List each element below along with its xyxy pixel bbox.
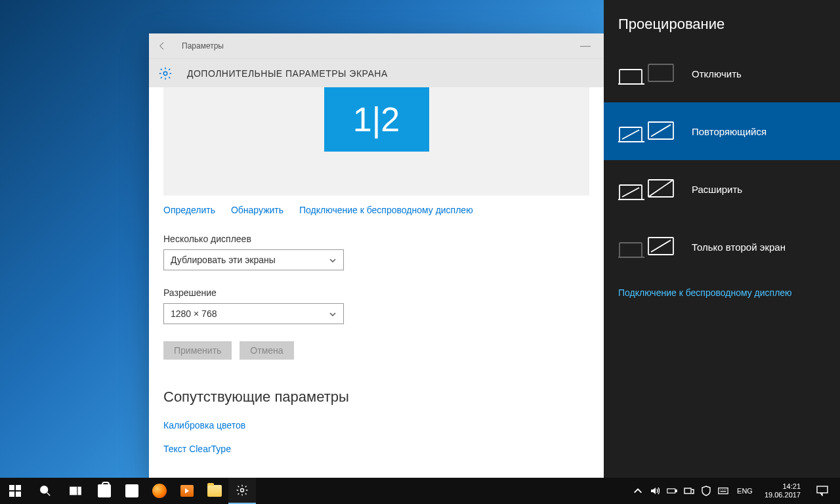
window-title: Параметры: [182, 41, 572, 51]
minimize-button[interactable]: —: [572, 40, 598, 52]
task-view-button[interactable]: [60, 478, 91, 504]
multi-displays-dropdown[interactable]: Дублировать эти экраны: [163, 249, 344, 270]
display-links: Определить Обнаружить Подключение к бесп…: [163, 205, 589, 215]
svg-rect-10: [16, 485, 21, 490]
svg-rect-1: [620, 70, 642, 84]
volume-icon: [650, 486, 660, 496]
svg-point-16: [241, 489, 244, 492]
project-title: Проецирование: [604, 16, 840, 45]
windows-icon: [9, 485, 21, 497]
svg-point-0: [163, 72, 167, 75]
wireless-display-link[interactable]: Подключение к беспроводному дисплею: [299, 205, 473, 215]
svg-point-13: [41, 486, 48, 494]
titlebar: Параметры —: [149, 33, 604, 58]
svg-rect-11: [9, 492, 14, 497]
second-only-icon: [618, 232, 675, 261]
project-option-disconnect[interactable]: Отключить: [604, 45, 840, 102]
gear-icon: [158, 66, 173, 81]
svg-rect-20: [719, 488, 728, 494]
tray-battery[interactable]: [663, 478, 681, 504]
taskbar-app-settings[interactable]: [228, 478, 256, 504]
desktop: Параметры — ДОПОЛНИТЕЛЬНЫЕ ПАРАМЕТРЫ ЭКР…: [0, 0, 840, 504]
svg-rect-19: [684, 488, 691, 494]
tray-keyboard[interactable]: [715, 478, 732, 504]
page-header: ДОПОЛНИТЕЛЬНЫЕ ПАРАМЕТРЫ ЭКРАНА: [149, 58, 604, 87]
svg-rect-2: [648, 64, 673, 81]
settings-window: Параметры — ДОПОЛНИТЕЛЬНЫЕ ПАРАМЕТРЫ ЭКР…: [149, 33, 604, 478]
tray-security[interactable]: [698, 478, 715, 504]
taskbar-app-firefox[interactable]: [146, 478, 173, 504]
page-title: ДОПОЛНИТЕЛЬНЫЕ ПАРАМЕТРЫ ЭКРАНА: [187, 68, 388, 79]
project-option-label: Повторяющийся: [692, 126, 766, 137]
media-icon: [180, 485, 194, 497]
tray-chevron[interactable]: [629, 478, 646, 504]
svg-rect-18: [676, 490, 677, 492]
taskbar-app-media[interactable]: [173, 478, 201, 504]
cleartype-link[interactable]: Текст ClearType: [163, 444, 589, 454]
project-option-label: Только второй экран: [692, 242, 786, 253]
detect-link[interactable]: Обнаружить: [231, 205, 284, 215]
color-calibration-link[interactable]: Калибровка цветов: [163, 420, 589, 430]
svg-rect-21: [817, 486, 828, 493]
svg-rect-9: [9, 485, 14, 490]
display-preview: 1|2: [163, 87, 589, 196]
taskbar-app-store[interactable]: [91, 478, 118, 504]
apply-cancel-row: Применить Отмена: [163, 341, 589, 360]
shield-icon: [701, 486, 711, 496]
disconnect-icon: [618, 59, 675, 88]
taskbar: e ENG 14:21 19.06.2017: [0, 478, 840, 504]
tray-time: 14:21: [765, 482, 801, 491]
extend-icon: [618, 175, 675, 203]
related-heading: Сопутствующие параметры: [163, 388, 589, 406]
chevron-up-icon: [633, 486, 643, 496]
taskbar-right: ENG 14:21 19.06.2017: [629, 478, 840, 504]
resolution-dropdown[interactable]: 840 × 504: [163, 303, 344, 324]
back-button[interactable]: [154, 38, 170, 54]
notification-icon: [816, 486, 828, 496]
tray-volume[interactable]: [646, 478, 663, 504]
multi-displays-label: Несколько дисплеев: [163, 234, 589, 244]
display-tile[interactable]: 1|2: [324, 87, 429, 152]
duplicate-icon: [618, 117, 675, 146]
task-view-icon: [70, 485, 81, 497]
search-icon: [39, 485, 51, 497]
svg-rect-7: [620, 243, 642, 257]
search-button[interactable]: [30, 478, 60, 504]
svg-rect-12: [16, 492, 21, 497]
cancel-button[interactable]: Отмена: [240, 341, 293, 360]
tray-clock[interactable]: 14:21 19.06.2017: [758, 482, 807, 499]
tray-network[interactable]: [681, 478, 698, 504]
taskbar-app-explorer[interactable]: [201, 478, 228, 504]
multi-displays-value: Дублировать эти экраны: [171, 255, 276, 265]
chevron-down-icon: [329, 310, 337, 318]
project-option-extend[interactable]: Расширить: [604, 160, 840, 218]
project-option-second-only[interactable]: Только второй экран: [604, 218, 840, 276]
resolution-value: 840 × 504: [171, 308, 217, 319]
firefox-icon: [152, 484, 167, 498]
tray-language[interactable]: ENG: [732, 487, 758, 495]
settings-body: 1|2 Определить Обнаружить Подключение к …: [149, 87, 604, 478]
keyboard-icon: [718, 486, 728, 496]
tray-notifications[interactable]: [807, 478, 837, 504]
apply-button[interactable]: Применить: [163, 341, 232, 360]
gear-icon: [236, 484, 249, 497]
project-wireless-link[interactable]: Подключение к беспроводному дисплею: [604, 276, 840, 310]
svg-rect-15: [78, 487, 81, 494]
identify-link[interactable]: Определить: [163, 205, 215, 215]
arrow-left-icon: [157, 41, 167, 51]
taskbar-app-edge[interactable]: e: [118, 478, 146, 504]
chevron-down-icon: [329, 256, 337, 264]
battery-icon: [667, 486, 677, 496]
project-panel: Проецирование Отключить Повторяющийся: [604, 0, 840, 478]
display-tile-label: 1|2: [353, 100, 400, 139]
folder-icon: [207, 485, 222, 497]
start-button[interactable]: [0, 478, 30, 504]
taskbar-left: e: [0, 478, 256, 504]
svg-rect-17: [667, 489, 675, 493]
project-option-duplicate[interactable]: Повторяющийся: [604, 102, 840, 160]
store-icon: [98, 484, 111, 497]
project-option-label: Отключить: [692, 68, 742, 79]
resolution-label: Разрешение: [163, 287, 589, 298]
svg-rect-14: [70, 487, 77, 494]
project-option-label: Расширить: [692, 184, 742, 195]
